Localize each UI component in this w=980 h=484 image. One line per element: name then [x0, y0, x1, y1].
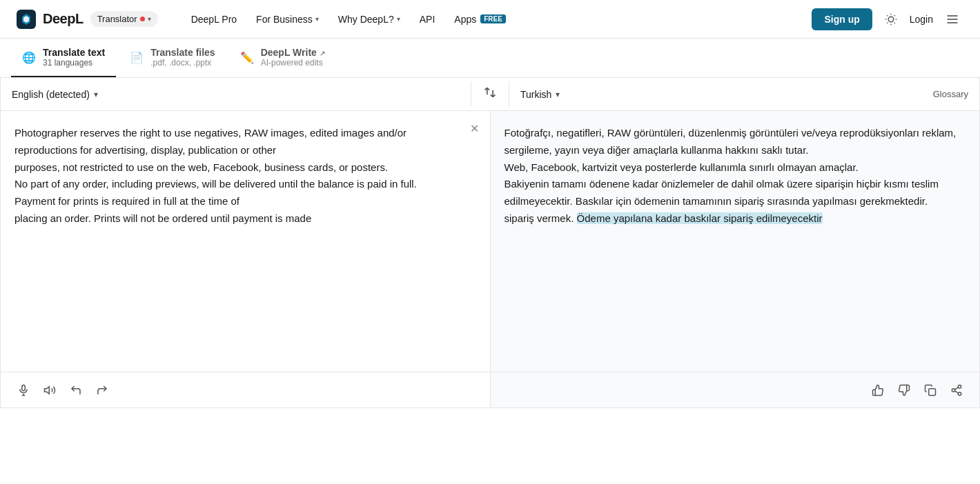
- target-lang-label: Turkish: [520, 89, 551, 100]
- free-badge: FREE: [480, 14, 506, 23]
- nav-item-api[interactable]: API: [420, 14, 435, 25]
- microphone-icon: [17, 384, 30, 396]
- why-deepl-chevron-icon: ▾: [397, 15, 400, 23]
- thumbs-up-button[interactable]: [866, 379, 890, 402]
- source-lang-chevron-icon: ▾: [94, 90, 98, 99]
- translator-label: Translator: [97, 14, 137, 24]
- translator-dot: [140, 17, 145, 21]
- tabs-bar: 🌐 Translate text 31 languages 📄 Translat…: [0, 39, 980, 78]
- swap-icon: [483, 85, 497, 99]
- tab-deepl-write[interactable]: ✏️ DeepL Write ↗ AI-powered edits: [229, 39, 336, 77]
- target-text-static: Fotoğrafçı, negatifleri, RAW görüntüleri…: [504, 127, 957, 224]
- translator-badge[interactable]: Translator ▾: [90, 11, 158, 27]
- source-text-static: Photographer reserves the right to use n…: [14, 127, 417, 224]
- logo-text: DeepL: [43, 11, 84, 27]
- source-lang-bar: English (detected) ▾: [1, 89, 471, 100]
- tab-translate-files[interactable]: 📄 Translate files .pdf, .docx, .pptx: [119, 39, 226, 77]
- svg-point-18: [958, 385, 961, 388]
- source-toolbar: [1, 372, 490, 407]
- header-right: Sign up Login: [812, 8, 963, 30]
- hamburger-icon: [945, 12, 959, 26]
- tab-translate-text-label: Translate text: [43, 47, 105, 58]
- translator-chevron-icon: ▾: [148, 15, 151, 23]
- thumbs-down-button[interactable]: [892, 379, 916, 402]
- svg-point-20: [958, 392, 961, 396]
- main-nav: DeepL Pro For Business ▾ Why DeepL? ▾ AP…: [191, 14, 790, 25]
- source-text-content[interactable]: Photographer reserves the right to use n…: [1, 111, 490, 372]
- file-icon: 📄: [130, 51, 144, 64]
- svg-line-22: [954, 387, 958, 389]
- deepl-logo[interactable]: [17, 10, 36, 29]
- target-highlight-text: Ödeme yapılana kadar baskılar sipariş ed…: [577, 212, 823, 224]
- target-lang-chevron-icon: ▾: [556, 90, 560, 99]
- source-panel: Photographer reserves the right to use n…: [1, 111, 491, 407]
- glossary-button[interactable]: Glossary: [933, 89, 968, 99]
- svg-rect-17: [929, 388, 936, 395]
- theme-toggle-button[interactable]: [881, 9, 901, 30]
- tab-translate-files-sub: .pdf, .docx, .pptx: [150, 58, 215, 68]
- nav-item-why-deepl[interactable]: Why DeepL? ▾: [338, 14, 400, 25]
- speaker-button[interactable]: [38, 379, 61, 402]
- tab-translate-text-sub: 31 languages: [43, 58, 105, 68]
- copy-translation-button[interactable]: [919, 379, 942, 402]
- tab-deepl-write-label: DeepL Write ↗: [261, 47, 325, 58]
- swap-languages-button[interactable]: [475, 81, 505, 107]
- sun-icon: [885, 13, 897, 26]
- copy-icon: [924, 384, 937, 396]
- redo-button[interactable]: [90, 379, 114, 402]
- source-language-selector[interactable]: English (detected) ▾: [12, 89, 98, 100]
- source-underline-text: Prints will not be ordered until payment…: [94, 212, 311, 224]
- target-lang-bar: Turkish ▾ Glossary: [509, 89, 979, 100]
- svg-line-5: [894, 22, 895, 23]
- nav-item-deepl-pro[interactable]: DeepL Pro: [191, 14, 237, 25]
- target-language-selector[interactable]: Turkish ▾: [520, 89, 560, 100]
- thumbs-up-icon: [872, 384, 884, 396]
- share-icon: [950, 384, 963, 396]
- signup-button[interactable]: Sign up: [812, 8, 872, 30]
- undo-button[interactable]: [64, 379, 88, 402]
- external-link-icon: ↗: [320, 50, 325, 57]
- swap-languages-area: [471, 81, 509, 107]
- svg-point-19: [952, 388, 955, 392]
- thumbs-down-icon: [898, 384, 910, 396]
- redo-icon: [96, 384, 108, 396]
- svg-point-1: [888, 17, 894, 22]
- logo-area: DeepL Translator ▾: [17, 10, 158, 29]
- svg-marker-16: [45, 386, 50, 394]
- nav-item-for-business[interactable]: For Business ▾: [256, 14, 319, 25]
- pencil-icon: ✏️: [240, 51, 254, 64]
- target-panel: Fotoğrafçı, negatifleri, RAW görüntüleri…: [491, 111, 980, 407]
- clear-source-button[interactable]: ✕: [467, 119, 482, 138]
- language-bar: English (detected) ▾ Turkish ▾ Glossary: [1, 78, 979, 111]
- speaker-icon: [43, 384, 56, 396]
- svg-line-21: [954, 391, 958, 393]
- login-button[interactable]: Login: [910, 14, 933, 25]
- globe-icon: 🌐: [22, 51, 36, 64]
- source-lang-label: English (detected): [12, 89, 90, 100]
- svg-line-8: [887, 22, 888, 23]
- for-business-chevron-icon: ▾: [315, 15, 319, 23]
- menu-button[interactable]: [941, 8, 963, 30]
- tab-translate-text[interactable]: 🌐 Translate text 31 languages: [11, 39, 116, 77]
- share-button[interactable]: [945, 379, 968, 402]
- translator-wrapper: English (detected) ▾ Turkish ▾ Glossary …: [0, 78, 980, 408]
- svg-rect-13: [22, 385, 26, 390]
- svg-line-9: [894, 15, 895, 16]
- microphone-button[interactable]: [12, 379, 35, 402]
- translation-panels: Photographer reserves the right to use n…: [1, 111, 979, 407]
- target-toolbar: [491, 372, 980, 407]
- target-text-content: Fotoğrafçı, negatifleri, RAW görüntüleri…: [491, 111, 980, 372]
- undo-icon: [70, 384, 82, 396]
- target-toolbar-actions: [866, 379, 968, 402]
- header: DeepL Translator ▾ DeepL Pro For Busines…: [0, 0, 980, 39]
- nav-item-apps[interactable]: Apps FREE: [454, 14, 506, 25]
- tab-deepl-write-sub: AI-powered edits: [261, 58, 325, 68]
- svg-line-4: [887, 15, 888, 16]
- tab-translate-files-label: Translate files: [150, 47, 215, 58]
